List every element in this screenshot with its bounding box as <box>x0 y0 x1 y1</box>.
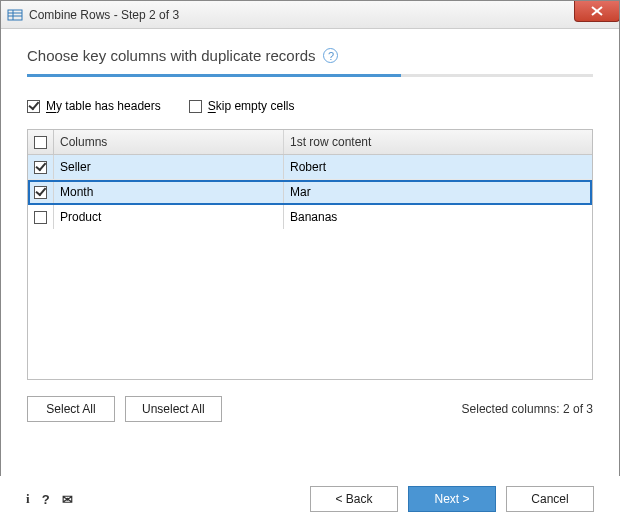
footer: i ? ✉ < Back Next > Cancel <box>0 476 620 526</box>
row-checkbox[interactable] <box>34 211 47 224</box>
unselect-all-button[interactable]: Unselect All <box>125 396 222 422</box>
selection-status: Selected columns: 2 of 3 <box>462 402 593 416</box>
next-button[interactable]: Next > <box>408 486 496 512</box>
checkbox-icon <box>189 100 202 113</box>
table-row[interactable]: ProductBananas <box>28 205 592 229</box>
row-first-content: Bananas <box>284 205 592 229</box>
table-header-row: Columns 1st row content <box>28 130 592 155</box>
checkbox-has-headers[interactable]: My table has headers <box>27 99 161 113</box>
cancel-button[interactable]: Cancel <box>506 486 594 512</box>
columns-table: Columns 1st row content SellerRobertMont… <box>27 129 593 380</box>
help-icon[interactable]: ? <box>323 48 338 63</box>
checkbox-skip-empty[interactable]: Skip empty cells <box>189 99 295 113</box>
window-title: Combine Rows - Step 2 of 3 <box>29 8 179 22</box>
row-column-name: Product <box>54 205 284 229</box>
svg-rect-0 <box>8 10 22 20</box>
row-first-content: Mar <box>284 180 592 204</box>
back-button[interactable]: < Back <box>310 486 398 512</box>
step-progress <box>27 74 593 77</box>
table-row[interactable]: SellerRobert <box>28 155 592 180</box>
row-column-name: Month <box>54 180 284 204</box>
table-empty-area <box>28 229 592 379</box>
row-checkbox[interactable] <box>34 186 47 199</box>
table-row[interactable]: MonthMar <box>28 180 592 205</box>
row-checkbox[interactable] <box>34 161 47 174</box>
row-first-content: Robert <box>284 155 592 179</box>
titlebar: Combine Rows - Step 2 of 3 <box>1 1 619 29</box>
col-header-columns[interactable]: Columns <box>54 130 284 154</box>
header-checkbox[interactable] <box>34 136 47 149</box>
app-icon <box>7 7 23 23</box>
row-column-name: Seller <box>54 155 284 179</box>
select-all-button[interactable]: Select All <box>27 396 115 422</box>
checkbox-icon <box>27 100 40 113</box>
info-icon[interactable]: i <box>26 491 30 507</box>
help-icon-footer[interactable]: ? <box>42 492 50 507</box>
col-header-firstrow[interactable]: 1st row content <box>284 130 592 154</box>
mail-icon[interactable]: ✉ <box>62 492 73 507</box>
close-button[interactable] <box>574 0 620 22</box>
page-title: Choose key columns with duplicate record… <box>27 47 315 64</box>
